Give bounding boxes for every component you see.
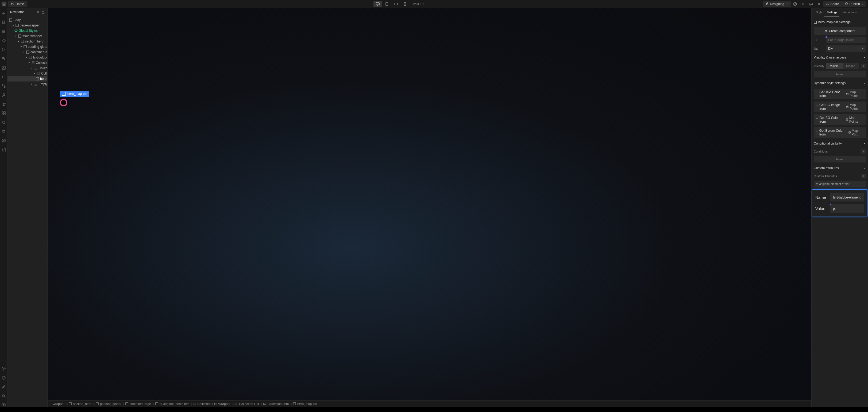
tree-empty-state[interactable]: Empty St… — [7, 82, 47, 87]
help-icon[interactable] — [2, 376, 6, 380]
ecommerce-icon[interactable] — [2, 102, 6, 106]
shape-icon[interactable] — [2, 120, 6, 125]
styles-icon[interactable] — [2, 57, 6, 61]
comment-button[interactable] — [807, 1, 815, 7]
tree-global-styles[interactable]: Global Styles — [7, 28, 47, 33]
div-icon — [62, 92, 66, 96]
crumb[interactable]: Collection List Wrapper — [191, 402, 232, 406]
share-button[interactable]: Share — [824, 1, 842, 7]
get-text-color-row[interactable]: Get Text Color fromMap Points — [814, 89, 866, 99]
svg-text:{ƒ}: {ƒ} — [2, 148, 6, 152]
edit-icon[interactable] — [2, 385, 6, 389]
svg-point-5 — [827, 3, 828, 4]
tree-collection-list-wrapper[interactable]: Collection L… — [7, 60, 47, 65]
pin-icon[interactable] — [41, 10, 44, 13]
code-button[interactable] — [799, 1, 807, 7]
visible-option[interactable]: Visible — [826, 63, 843, 69]
create-component-button[interactable]: Create component — [814, 27, 866, 35]
attr-value-input[interactable]: pin — [830, 204, 864, 213]
div-icon — [96, 402, 99, 405]
logic-icon[interactable] — [2, 84, 6, 88]
tree-hero-pin[interactable]: hero… — [7, 76, 47, 82]
tab-style[interactable]: Style — [814, 8, 825, 17]
close-icon[interactable] — [36, 10, 39, 13]
custom-attr-section-header[interactable]: Custom attributes — [814, 165, 866, 171]
tree-page-wrapper[interactable]: page-wrapper — [7, 23, 47, 28]
webflow-logo[interactable] — [2, 2, 6, 6]
svg-point-12 — [2, 85, 3, 86]
map-pin-element[interactable] — [60, 99, 67, 106]
more-menu[interactable]: ⋯ — [365, 1, 370, 7]
conditions-row: Conditions: + — [814, 149, 866, 154]
get-border-color-row[interactable]: Get Border Color fromMap Po… — [814, 127, 866, 138]
tree-main-wrapper[interactable]: main-wrapper — [7, 33, 47, 39]
crumb[interactable]: section_hero — [67, 402, 94, 406]
add-condition-button[interactable]: + — [861, 149, 866, 154]
viewport-landscape-button[interactable] — [392, 1, 400, 7]
search-icon[interactable] — [2, 394, 6, 398]
cloud-icon[interactable] — [2, 129, 6, 134]
add-visibility-button[interactable]: + — [861, 64, 866, 68]
tree-fs-3dglobe[interactable]: fs-3dglobe-c… — [7, 55, 47, 60]
layers-icon[interactable] — [2, 29, 6, 34]
check-button[interactable] — [791, 1, 799, 7]
tutorials-icon[interactable] — [2, 403, 6, 407]
checkbox-icon — [816, 105, 818, 108]
brackets-icon[interactable]: {ƒ} — [2, 148, 6, 152]
attribute-display[interactable]: fs-3dglobe-element ="pin" — [814, 181, 866, 187]
crumb[interactable]: hero_map-pin — [291, 402, 319, 406]
tab-interactions[interactable]: Interactions — [839, 8, 859, 17]
attr-name-input[interactable]: fs-3dglobe-element — [830, 193, 864, 201]
designing-mode-button[interactable]: Designing — [763, 1, 790, 7]
indicator-dot — [826, 36, 827, 38]
add-attribute-button[interactable]: + — [861, 174, 866, 179]
tree-section-hero[interactable]: section_hero — [7, 39, 47, 44]
publish-button[interactable]: Publish — [842, 1, 866, 7]
box-icon[interactable] — [2, 138, 6, 143]
apps-icon[interactable] — [2, 111, 6, 116]
add-icon[interactable] — [2, 11, 6, 15]
selection-label[interactable]: hero_map-pin — [60, 91, 89, 97]
gear-icon[interactable] — [2, 367, 6, 371]
div-icon — [69, 402, 72, 405]
tree-body[interactable]: Body — [7, 18, 47, 23]
tree-collection-list[interactable]: Collectio… — [7, 65, 47, 71]
landscape-icon — [394, 2, 398, 6]
viewport-mobile-button[interactable] — [401, 1, 409, 7]
components-icon[interactable] — [2, 38, 6, 43]
canvas-surface[interactable]: hero_map-pin — [48, 8, 811, 400]
crumb[interactable]: Collection Item — [261, 402, 291, 406]
tree-container-large[interactable]: container-large — [7, 50, 47, 55]
crumb[interactable]: padding-global — [94, 402, 123, 406]
tab-settings[interactable]: Settings — [825, 8, 839, 17]
id-input[interactable]: For in-page linking — [826, 37, 866, 43]
tag-select[interactable]: Div — [826, 45, 866, 52]
crumb[interactable]: fs-3dglobe-container — [153, 402, 191, 406]
chevron-down-icon — [863, 82, 866, 85]
preview-button[interactable] — [815, 1, 823, 7]
svg-rect-3 — [404, 2, 406, 6]
get-bg-color-row[interactable]: Get BG Color fromMap Points — [814, 114, 866, 125]
tree-collection-item[interactable]: Collect… — [7, 71, 47, 76]
crumb[interactable]: container-large — [123, 402, 153, 406]
item-icon — [263, 402, 266, 405]
cms-icon[interactable] — [2, 75, 6, 79]
svg-rect-39 — [264, 403, 266, 405]
pages-icon[interactable] — [2, 20, 6, 25]
home-button[interactable]: Home — [8, 1, 27, 7]
variables-icon[interactable] — [2, 47, 6, 52]
get-bg-image-row[interactable]: Get BG Image fromMap Points — [814, 101, 866, 112]
tree-padding-global[interactable]: padding-global — [7, 44, 47, 50]
assets-icon[interactable] — [2, 66, 6, 70]
visibility-section-header[interactable]: Visibility & user access — [814, 54, 866, 61]
crumb[interactable]: Collection List — [232, 402, 261, 406]
conditional-section-header[interactable]: Conditional visibility — [814, 140, 866, 147]
viewport-tablet-button[interactable] — [382, 1, 391, 7]
dynamic-section-header[interactable]: Dynamic style settings — [814, 80, 866, 87]
viewport-desktop-button[interactable] — [373, 1, 382, 7]
hidden-option[interactable]: Hidden — [843, 63, 859, 69]
users-icon[interactable] — [2, 93, 6, 97]
breadcrumb-bar: -wrapper section_hero padding-global con… — [48, 400, 811, 407]
crumb[interactable]: -wrapper — [50, 402, 67, 406]
chevron-down-icon — [863, 56, 866, 59]
